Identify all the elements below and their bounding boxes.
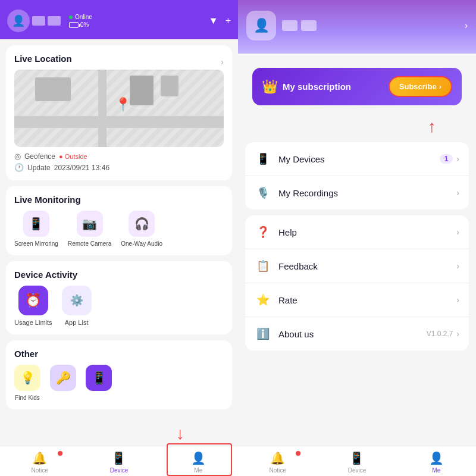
- left-header: 👤 Online 0% ▼ +: [0, 0, 238, 39]
- menu-group-1: 📱 My Devices 1 › 🎙️ My Recordings ›: [245, 142, 469, 209]
- right-panel: 👤 › 👑 My subscription Subscribe › ↑ 📱: [238, 0, 476, 476]
- map-road-vertical: [98, 70, 107, 147]
- devices-icon: 📱: [255, 151, 271, 167]
- online-dot: [69, 15, 73, 19]
- nav-device[interactable]: 📱 Device: [79, 451, 158, 474]
- geofence-status: ● Outside: [59, 153, 87, 160]
- notice-label: Notice: [31, 467, 48, 474]
- crown-icon: 👑: [262, 79, 278, 95]
- battery-icon: [69, 22, 79, 28]
- about-right: V1.0.2.7 ›: [427, 329, 459, 339]
- screen-mirroring[interactable]: 📱 Screen Mirroring: [14, 211, 58, 247]
- live-monitoring-title: Live Monitoring: [14, 195, 224, 205]
- feedback-chevron: ›: [456, 261, 459, 271]
- nav-notice[interactable]: 🔔 Notice: [0, 451, 79, 474]
- app-list[interactable]: ⚙️ App List: [62, 286, 92, 326]
- devices-count: 1: [440, 154, 453, 164]
- right-me-nav-icon: 👤: [429, 451, 444, 465]
- location-info: ◎ Geofence ● Outside 🕐 Update 2023/09/21…: [14, 152, 224, 172]
- other-item-2[interactable]: 🔑: [50, 365, 76, 401]
- usage-limits[interactable]: ⏰ Usage Limits: [14, 286, 52, 326]
- right-content: 📱 My Devices 1 › 🎙️ My Recordings › ❓ He…: [238, 137, 476, 446]
- map-pin: 📍: [115, 97, 131, 112]
- right-bottom-nav: 🔔 Notice 📱 Device 👤 Me: [238, 446, 476, 476]
- other-grid: 💡 Find Kids 🔑 📱: [14, 365, 224, 401]
- rate-icon: ⭐: [255, 292, 271, 308]
- other-icon-2: 🔑: [50, 365, 76, 391]
- update-label: Update: [27, 164, 51, 172]
- clock-icon: 🕐: [14, 163, 24, 172]
- live-monitoring-card: Live Monitoring 📱 Screen Mirroring 📷 Rem…: [6, 186, 232, 255]
- feedback-right: ›: [456, 261, 459, 271]
- avatar-group: 👤: [7, 10, 61, 32]
- subscribe-chevron: ›: [439, 82, 441, 91]
- menu-recordings[interactable]: 🎙️ My Recordings ›: [245, 176, 469, 209]
- one-way-audio[interactable]: 🎧 One-Way Audio: [121, 211, 162, 247]
- live-location-chevron[interactable]: ›: [221, 57, 224, 67]
- map-building-3: [161, 76, 178, 96]
- other-title: Other: [14, 349, 224, 359]
- rate-chevron: ›: [456, 295, 459, 305]
- other-item-3[interactable]: 📱: [86, 365, 112, 401]
- right-nav-device[interactable]: 📱 Device: [317, 451, 396, 474]
- usage-limits-label: Usage Limits: [14, 319, 52, 326]
- help-label: Help: [278, 227, 449, 237]
- feedback-icon: 📋: [255, 258, 271, 274]
- devices-right: 1 ›: [440, 154, 459, 164]
- add-button[interactable]: +: [226, 15, 231, 26]
- screen-mirroring-icon: 📱: [23, 211, 49, 237]
- geofence-label: Geofence: [24, 152, 55, 161]
- subscribe-button[interactable]: Subscribe ›: [389, 76, 452, 97]
- update-time: 2023/09/21 13:46: [54, 164, 109, 172]
- recordings-icon: 🎙️: [255, 184, 271, 201]
- right-notice-badge: [296, 451, 300, 456]
- rate-label: Rate: [278, 295, 449, 305]
- right-device-box-2: [301, 20, 317, 31]
- right-device-box-1: [282, 20, 298, 31]
- menu-group-2: ❓ Help › 📋 Feedback › ⭐ Rate ›: [245, 215, 469, 350]
- right-nav-me[interactable]: 👤 Me: [397, 451, 476, 474]
- header-right: ▼ +: [209, 15, 231, 26]
- device-icons: [32, 16, 61, 26]
- about-label: About us: [278, 329, 419, 339]
- find-kids-label: Find Kids: [15, 394, 40, 401]
- about-version: V1.0.2.7: [427, 330, 453, 338]
- recordings-chevron: ›: [456, 188, 459, 198]
- find-kids[interactable]: 💡 Find Kids: [14, 365, 40, 401]
- update-row: 🕐 Update 2023/09/21 13:46: [14, 163, 224, 172]
- find-kids-icon: 💡: [14, 365, 40, 391]
- menu-help[interactable]: ❓ Help ›: [245, 215, 469, 249]
- right-nav-notice[interactable]: 🔔 Notice: [238, 451, 317, 474]
- menu-devices[interactable]: 📱 My Devices 1 ›: [245, 142, 469, 176]
- subscription-left: 👑 My subscription: [262, 79, 351, 95]
- device-icon-2: [48, 16, 61, 26]
- left-bottom-nav: 🔔 Notice 📱 Device 👤 Me: [0, 446, 238, 476]
- nav-me[interactable]: 👤 Me: [159, 451, 238, 474]
- about-chevron: ›: [456, 329, 459, 339]
- avatar: 👤: [7, 10, 30, 32]
- battery-row: 0%: [69, 21, 92, 28]
- map-container: 📍: [14, 70, 224, 147]
- right-device-nav-icon: 📱: [349, 451, 364, 465]
- monitoring-grid: 📱 Screen Mirroring 📷 Remote Camera 🎧 One…: [14, 211, 224, 247]
- red-arrow-up: ↑: [428, 117, 436, 136]
- map-road-horizontal: [14, 116, 224, 128]
- red-arrow-down: ↓: [176, 424, 184, 443]
- subscription-card: 👑 My subscription Subscribe ›: [252, 68, 462, 105]
- live-location-title: Live Location: [14, 54, 72, 64]
- right-me-nav-label: Me: [432, 467, 440, 474]
- menu-rate[interactable]: ⭐ Rate ›: [245, 283, 469, 317]
- notice-badge: [58, 451, 62, 456]
- right-header-chevron[interactable]: ›: [465, 20, 468, 31]
- usage-limits-icon: ⏰: [18, 286, 48, 315]
- right-header: 👤 ›: [238, 0, 476, 54]
- device-icon-1: [32, 16, 45, 26]
- subscribe-label: Subscribe: [399, 82, 437, 91]
- rate-right: ›: [456, 295, 459, 305]
- menu-feedback[interactable]: 📋 Feedback ›: [245, 249, 469, 283]
- menu-about[interactable]: ℹ️ About us V1.0.2.7 ›: [245, 317, 469, 350]
- dropdown-button[interactable]: ▼: [209, 15, 218, 26]
- remote-camera[interactable]: 📷 Remote Camera: [68, 211, 111, 247]
- subscription-wrapper: 👑 My subscription Subscribe › ↑: [245, 61, 469, 112]
- remote-camera-icon: 📷: [77, 211, 103, 237]
